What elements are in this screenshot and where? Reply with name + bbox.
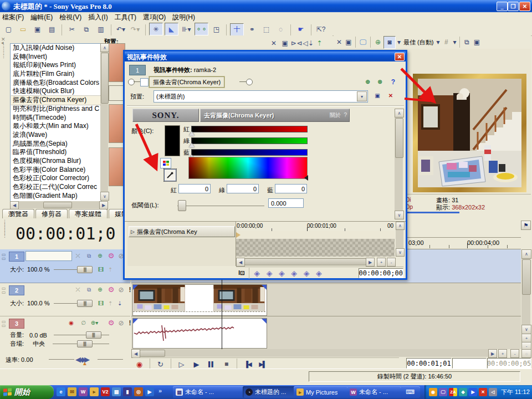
prev-keyframe-button[interactable]: ◈ — [263, 268, 275, 278]
scroll-right-icon[interactable]: ▶ — [366, 258, 375, 267]
scroll-right-icon[interactable]: ▶ — [488, 349, 497, 358]
tray-volume-icon[interactable]: ◁ — [489, 388, 497, 396]
scroll-thumb[interactable] — [395, 118, 403, 158]
mute-icon[interactable]: ⊘ — [116, 285, 126, 294]
color-swatch[interactable] — [165, 125, 180, 156]
selection-start-display[interactable] — [452, 358, 487, 369]
size-slider-handle[interactable]: ▐▌ — [77, 300, 93, 307]
lock-envelope-icon[interactable]: ◳ — [210, 23, 223, 35]
video-output-fx-icon[interactable]: ⊕ — [372, 37, 383, 48]
effect-item[interactable]: 報紙印刷(News Print) — [11, 61, 101, 70]
track-fx-icon[interactable]: ⊕ — [95, 285, 105, 294]
chevron-down-icon[interactable]: ▾ — [396, 37, 402, 48]
delete-keyframe-button[interactable]: ◈ — [313, 268, 325, 278]
quicklaunch-doc-icon[interactable]: ▤ — [112, 387, 121, 396]
green-value-field[interactable]: 0 — [227, 184, 259, 193]
plugin-help-icon[interactable]: ? — [388, 78, 398, 86]
zoom-out-time-icon[interactable]: - — [510, 349, 519, 358]
dock-tab[interactable]: 專案媒體 — [69, 209, 108, 219]
close-icon[interactable]: ✕ — [335, 37, 344, 48]
select-region-icon[interactable]: ⬚ — [260, 23, 273, 35]
scroll-left-icon[interactable]: ◀ — [131, 349, 140, 358]
save-icon[interactable]: ▣ — [31, 23, 44, 35]
tray-shield-icon[interactable]: ◉ — [429, 388, 437, 396]
first-keyframe-button[interactable]: ◈ — [251, 268, 263, 278]
external-monitor-icon[interactable]: 🖵 — [357, 37, 369, 48]
scroll-left-icon[interactable]: ◀ — [236, 258, 245, 267]
close-icon[interactable]: ✕ — [269, 37, 278, 49]
blue-gradient-slider[interactable] — [191, 149, 308, 156]
video-event[interactable] — [132, 284, 267, 316]
effect-item[interactable]: 時間碼(Timecode) — [11, 114, 101, 122]
tray-messenger-icon[interactable]: ◆ — [459, 388, 467, 396]
scroll-down-icon[interactable]: ∨ — [395, 211, 404, 219]
menu-item[interactable]: 檢視(V) — [57, 12, 86, 23]
event-fx-clock-icon[interactable]: 🎞 — [96, 265, 105, 274]
track-grip[interactable]: ▭▭ — [2, 253, 7, 275]
cursor-tool-icon[interactable]: ▣ — [280, 37, 290, 49]
redo-icon[interactable]: ↷▾ — [129, 23, 142, 35]
fx-enabled-checkbox[interactable] — [140, 78, 149, 86]
keyframe-hscroll[interactable]: ◀ ▶ — [236, 258, 375, 265]
scroll-thumb[interactable] — [101, 53, 109, 104]
about-link[interactable]: 關於 ? — [330, 111, 347, 119]
paste-icon[interactable]: ▥ — [94, 23, 107, 35]
low-threshold-value[interactable]: 0.000 — [268, 198, 304, 208]
cursor-tool-icon[interactable]: ▣ — [344, 37, 354, 48]
green-gradient-slider[interactable] — [191, 137, 308, 144]
dock-tab[interactable]: 修剪器 — [35, 209, 68, 219]
dialog-close-button[interactable]: ✕ — [395, 53, 405, 61]
menu-item[interactable]: 說明(H) — [170, 12, 200, 23]
tray-clock[interactable]: 下午 11:12 — [501, 388, 530, 396]
track-motion-icon[interactable]: ⧉ — [84, 252, 94, 260]
quicklaunch-player-icon[interactable]: ▶ — [145, 387, 154, 396]
scroll-thumb[interactable] — [244, 258, 366, 265]
size-slider-track[interactable] — [54, 303, 77, 304]
track-number[interactable]: 2 — [9, 285, 24, 295]
remove-plugin-icon[interactable]: ⊗ — [375, 78, 385, 86]
keyframe-vscroll[interactable]: ∧ ∨ — [396, 222, 403, 257]
task-button-3[interactable]: ▸ My Pictures — [294, 386, 350, 398]
track-grip[interactable]: ▭▭ — [2, 320, 7, 342]
effect-item[interactable]: 摳像去背(Chroma Keyer) — [11, 96, 101, 105]
effect-item[interactable]: 加入訊噪(Add Noise) — [11, 44, 101, 53]
delete-preset-icon[interactable]: ✕ — [385, 91, 396, 100]
task-button-1[interactable]: ▤ 未命名 - ... — [173, 386, 246, 398]
add-plugin-icon[interactable]: ⊕ — [363, 78, 372, 86]
menu-item[interactable]: 工具(T) — [112, 12, 141, 23]
track-header-2[interactable]: ▭▭ 2 ⤫ ⧉ ⊕ ⚙ ⊘ ! 大小: 100.0 % ▐▌ 🎞 ⇡ ⇣ — [0, 283, 130, 316]
keyframe-row[interactable] — [236, 231, 395, 239]
color-palette-button[interactable] — [160, 158, 171, 168]
menu-item[interactable]: 選項(O) — [141, 12, 170, 23]
automation-settings-icon[interactable]: ⚙ — [106, 252, 116, 260]
track-header-3[interactable]: ▭▭ 3 ◉ ∅ ⊕▾ ⚙ ⊘ ! 音量: 0.0 dB ▐▌ 音場: 中央 ▐… — [0, 316, 130, 350]
rate-slider-track[interactable] — [49, 359, 74, 360]
open-icon[interactable]: ▭ — [17, 23, 29, 35]
fx-chain-item[interactable]: 摳像去背(Chroma Keyer) — [149, 76, 224, 88]
timeline-vscroll[interactable]: ∧ ∨ + - — [521, 249, 530, 349]
menu-item[interactable]: 插入(I) — [86, 12, 112, 23]
dock-tab[interactable]: 瀏覽器 — [2, 209, 34, 219]
red-gradient-slider[interactable] — [191, 126, 308, 132]
effect-item[interactable]: 色彩校正(Color Corrector) — [11, 174, 101, 183]
pan-slider-handle[interactable]: ▐▌ — [77, 340, 93, 347]
effect-item[interactable]: 臨界值(Threshold) — [11, 148, 101, 157]
fit-view-icon[interactable]: ⊳⊲ — [291, 37, 301, 49]
keyframe-ruler[interactable]: 0:00:00;00 00:00:01;00 00 — [236, 222, 395, 232]
event-number-tab[interactable]: 1 — [129, 65, 146, 75]
green-slider-marker[interactable] — [189, 143, 195, 147]
scroll-down-icon[interactable]: ∨ — [521, 325, 531, 334]
scroll-up-icon[interactable]: ∧ — [100, 43, 109, 52]
scroll-thumb[interactable] — [43, 202, 72, 208]
minimize-button[interactable]: _ — [497, 2, 508, 11]
timeline-ruler[interactable]: 03;00 00:00:04;00 — [407, 237, 521, 249]
restore-button[interactable]: ❐ — [508, 2, 519, 11]
whats-this-icon[interactable]: ⇱? — [315, 23, 328, 35]
make-composite-child-icon[interactable]: ⇣ — [115, 299, 124, 308]
audio-mute-icon[interactable]: ◁⇣ — [303, 37, 313, 49]
track-header-1[interactable]: ▭▭ 1 ⤫ ⧉ ⊕ ⚙ ⊘ ! 大小: 100.0 % ▐▌ 🎞 ⇡ — [0, 249, 130, 283]
render-icon[interactable]: ▤ — [45, 23, 58, 35]
red-slider-marker[interactable] — [189, 131, 195, 136]
solo-icon[interactable]: ! — [125, 285, 135, 294]
close-button[interactable]: ✕ — [519, 2, 530, 11]
